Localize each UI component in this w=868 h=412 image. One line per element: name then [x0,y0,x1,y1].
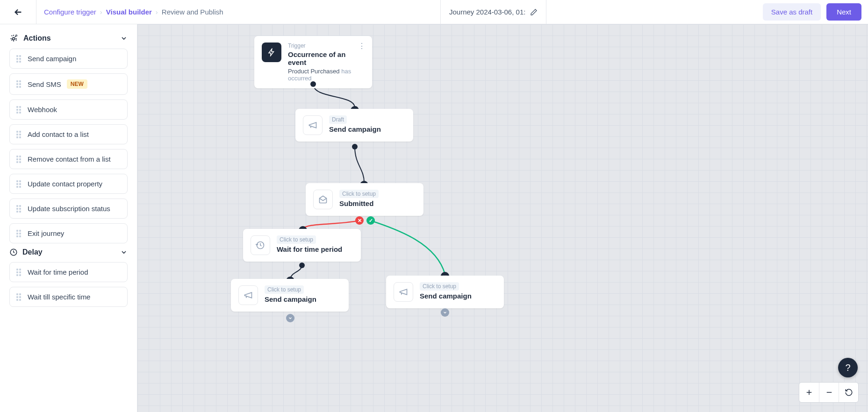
grip-icon [16,230,22,237]
header: Configure trigger › Visual builder › Rev… [0,0,868,24]
bolt-icon [262,43,281,62]
grip-icon [16,156,22,163]
save-draft-button[interactable]: Save as draft [763,3,821,21]
branch-yes-icon[interactable]: ✓ [366,216,375,225]
sidebar-item-send-campaign[interactable]: Send campaign [9,49,128,69]
next-button[interactable]: Next [826,3,861,21]
node-tag: Click to setup [420,282,459,291]
node-tag: Draft [329,115,347,124]
node-title: Send campaign [420,292,472,300]
sidebar-item-webhook[interactable]: Webhook [9,99,128,120]
connector-dot [310,81,316,87]
node-send-campaign-right[interactable]: Click to setup Send campaign [386,276,504,308]
help-button[interactable]: ? [838,358,858,377]
node-tag: Click to setup [277,235,316,244]
arrow-left-icon [13,7,23,17]
node-tag: Click to setup [339,190,379,198]
chevron-right-icon: › [100,8,102,16]
connector-dot [299,263,305,268]
sidebar-item-label: Add contact to a list [28,130,89,138]
node-wait[interactable]: Click to setup Wait for time period [243,229,361,262]
sidebar-item-update-property[interactable]: Update contact property [9,174,128,194]
grip-icon [16,106,22,114]
grip-icon [16,293,22,301]
branch-no-icon[interactable]: ✕ [355,216,364,225]
sidebar-item-label: Exit journey [28,229,64,237]
svg-point-0 [13,37,15,40]
node-send-campaign-1[interactable]: Draft Send campaign [295,109,413,142]
chevron-down-icon [120,249,128,256]
chevron-right-icon: › [156,8,158,16]
grip-icon [16,205,22,213]
sidebar-item-label: Remove contact from a list [28,155,111,163]
gear-plus-icon [9,34,19,43]
node-tag: Click to setup [265,285,304,294]
sidebar-item-add-contact[interactable]: Add contact to a list [9,124,128,144]
grip-icon [16,55,22,63]
sidebar-item-label: Wait for time period [28,268,88,276]
node-subtitle: Product Purchased has occurred [288,68,365,82]
header-actions: Save as draft Next [756,3,868,21]
node-title: Occurrence of an event [288,50,365,66]
sidebar-item-label: Webhook [28,106,57,114]
chevron-down-icon[interactable] [441,308,449,317]
node-title: Submitted [339,199,379,207]
sidebar-item-label: Send campaign [28,55,76,63]
node-tag: Trigger [288,43,365,49]
connector-dot [352,144,358,149]
canvas[interactable]: Trigger Occurrence of an event Product P… [137,24,868,412]
grip-icon [16,131,22,138]
sidebar-item-label: Update subscription status [28,205,110,213]
clock-icon [9,248,18,256]
back-button[interactable] [0,0,36,24]
sidebar-item-label: Send SMS [28,80,61,88]
node-trigger[interactable]: Trigger Occurrence of an event Product P… [254,36,372,88]
sidebar-item-wait-specific[interactable]: Wait till specific time [9,287,128,307]
kebab-menu-icon[interactable]: ⋮ [358,42,366,50]
journey-title-text: Journey 2024-03-06, 01: [449,8,525,16]
grip-icon [16,80,22,88]
node-title: Wait for time period [277,245,342,253]
breadcrumb-step-3[interactable]: Review and Publish [162,8,223,16]
chevron-down-icon[interactable] [286,314,294,322]
megaphone-icon [394,282,413,302]
sidebar-item-label: Update contact property [28,180,102,188]
sidebar-section-title: Delay [22,248,43,256]
sidebar-item-remove-contact[interactable]: Remove contact from a list [9,149,128,169]
node-send-campaign-left[interactable]: Click to setup Send campaign [231,279,349,312]
reset-view-button[interactable] [839,383,858,402]
node-title: Send campaign [265,295,316,303]
journey-title[interactable]: Journey 2024-03-06, 01: [440,0,546,24]
megaphone-icon [303,115,323,135]
sidebar-section-actions[interactable]: Actions [9,34,128,43]
connectors [137,24,868,412]
sidebar-item-label: Wait till specific time [28,293,90,301]
sidebar: Actions Send campaign Send SMSNEW Webhoo… [0,24,137,412]
breadcrumb-step-2[interactable]: Visual builder [106,8,152,16]
zoom-in-button[interactable] [799,383,819,402]
new-badge: NEW [67,79,87,89]
chevron-down-icon [120,35,128,42]
node-submitted[interactable]: Click to setup Submitted [306,183,423,216]
sidebar-item-wait-period[interactable]: Wait for time period [9,262,128,282]
node-title: Send campaign [329,125,381,133]
grip-icon [16,180,22,188]
breadcrumb: Configure trigger › Visual builder › Rev… [36,8,231,16]
sidebar-section-title: Actions [23,34,51,43]
sidebar-section-delay[interactable]: Delay [9,248,128,256]
breadcrumb-step-1[interactable]: Configure trigger [44,8,96,16]
canvas-controls [799,382,859,403]
grip-icon [16,269,22,276]
pencil-icon[interactable] [530,8,538,16]
sidebar-item-update-subscription[interactable]: Update subscription status [9,199,128,219]
sidebar-item-send-sms[interactable]: Send SMSNEW [9,73,128,95]
envelope-open-icon [313,190,333,209]
zoom-out-button[interactable] [819,383,839,402]
sidebar-item-exit-journey[interactable]: Exit journey [9,223,128,243]
history-icon [251,235,270,255]
megaphone-icon [238,285,258,305]
